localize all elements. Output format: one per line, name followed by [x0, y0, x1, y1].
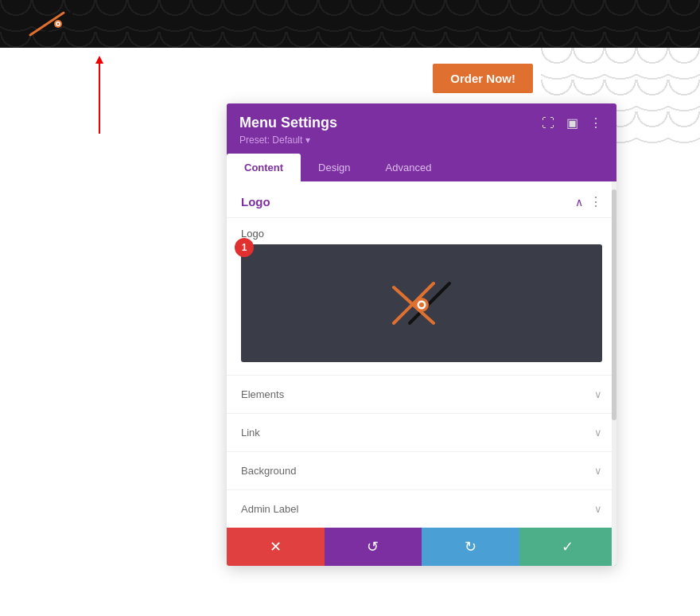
content-area: Order Now! Menu Settings ⛶ ▣ ⋮ Preset: D… — [0, 48, 700, 616]
panel-header: Menu Settings ⛶ ▣ ⋮ Preset: Default — [227, 103, 616, 154]
tab-design[interactable]: Design — [301, 154, 368, 181]
panel-scrollbar[interactable] — [612, 181, 616, 566]
background-row[interactable]: Background ∨ — [227, 451, 616, 489]
tab-advanced[interactable]: Advanced — [368, 154, 449, 181]
link-row[interactable]: Link ∨ — [227, 413, 616, 451]
expand-icon[interactable]: ⛶ — [540, 116, 556, 131]
admin-label-chevron: ∨ — [594, 503, 602, 515]
logo-section-title: Logo — [241, 195, 270, 209]
logo-label: Logo — [227, 218, 616, 244]
redo-button[interactable]: ↻ — [422, 528, 519, 566]
panel-header-icons: ⛶ ▣ ⋮ — [540, 115, 604, 131]
top-bar-logo — [24, 10, 80, 38]
panel-header-top: Menu Settings ⛶ ▣ ⋮ — [239, 115, 604, 131]
menu-settings-panel: Menu Settings ⛶ ▣ ⋮ Preset: Default Cont… — [227, 103, 616, 566]
elements-label: Elements — [241, 388, 284, 400]
undo-button[interactable]: ↺ — [325, 528, 422, 566]
tab-content[interactable]: Content — [227, 154, 301, 181]
panel-body: Logo ∧ ⋮ Logo 1 — [227, 181, 616, 566]
arrow-line — [99, 62, 100, 134]
elements-row[interactable]: Elements ∨ — [227, 375, 616, 413]
admin-label-text: Admin Label — [241, 503, 298, 515]
logo-image-wrapper[interactable]: 1 — [241, 244, 602, 362]
logo-section-chevron[interactable]: ∧ — [575, 196, 583, 209]
cancel-button[interactable]: ✕ — [227, 528, 325, 566]
link-chevron: ∨ — [594, 427, 602, 439]
scrollbar-thumb[interactable] — [612, 189, 616, 420]
background-label: Background — [241, 465, 296, 477]
panel-title: Menu Settings — [239, 115, 337, 131]
top-bar-pattern — [0, 0, 700, 48]
order-now-button[interactable]: Order Now! — [433, 64, 533, 93]
layout-icon[interactable]: ▣ — [564, 115, 580, 131]
logo-preview-icon — [390, 279, 453, 327]
svg-point-4 — [57, 23, 60, 25]
elements-chevron: ∨ — [594, 388, 602, 400]
logo-badge: 1 — [235, 238, 254, 257]
logo-section-dots[interactable]: ⋮ — [589, 194, 602, 209]
more-icon[interactable]: ⋮ — [588, 115, 604, 131]
logo-section-header: Logo ∧ ⋮ — [227, 181, 616, 218]
site-logo-icon — [24, 10, 80, 38]
svg-point-10 — [419, 302, 424, 307]
link-label: Link — [241, 427, 260, 439]
logo-image-box[interactable] — [241, 244, 602, 362]
red-arrow — [95, 56, 103, 135]
section-header-right: ∧ ⋮ — [575, 194, 602, 209]
panel-preset[interactable]: Preset: Default — [239, 135, 604, 146]
save-button[interactable]: ✓ — [519, 528, 617, 566]
background-chevron: ∨ — [594, 465, 602, 477]
action-bar: ✕ ↺ ↻ ✓ — [227, 528, 616, 566]
panel-tabs: Content Design Advanced — [227, 154, 616, 181]
admin-label-row[interactable]: Admin Label ∨ — [227, 489, 616, 528]
top-bar — [0, 0, 700, 48]
